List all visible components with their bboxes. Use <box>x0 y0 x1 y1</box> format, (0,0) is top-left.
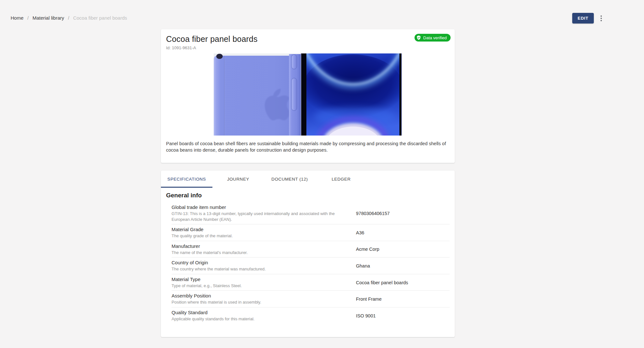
row-description: GTIN-13: This is a 13-digit number, typi… <box>172 211 340 222</box>
row-description: Type of material, e.g., Stainless Steel. <box>172 283 340 289</box>
general-info-list: Global trade item number GTIN-13: This i… <box>172 202 450 324</box>
row-label: Material Grade <box>172 227 356 232</box>
material-description: Panel boards of cocoa bean shell fibers … <box>161 136 455 163</box>
material-id: Id: 1091-9631-A <box>166 45 450 50</box>
content-column: Cocoa fiber panel boards Id: 1091-9631-A… <box>161 29 455 337</box>
specifications-panel: General info Global trade item number GT… <box>161 192 455 324</box>
info-row-material-grade: Material Grade The quality grade of the … <box>172 224 450 241</box>
row-label: Country of Origin <box>172 260 356 265</box>
status-badge-label: Data verified <box>423 35 447 40</box>
camera-dot <box>216 54 223 59</box>
info-row-quality-standard: Quality Standard Applicable quality stan… <box>172 307 450 324</box>
tab-specifications[interactable]: SPECIFICATIONS <box>161 171 212 188</box>
material-overview-card: Cocoa fiber panel boards Id: 1091-9631-A… <box>161 29 455 163</box>
tab-document[interactable]: DOCUMENT (12) <box>264 171 315 188</box>
phone-bezel <box>301 53 306 136</box>
material-header: Cocoa fiber panel boards Id: 1091-9631-A… <box>161 29 455 53</box>
row-value: 9780306406157 <box>356 204 450 222</box>
page-title: Cocoa fiber panel boards <box>166 34 450 44</box>
phone-bezel <box>399 53 402 136</box>
tab-ledger[interactable]: LEDGER <box>315 171 367 188</box>
section-heading: General info <box>166 192 450 199</box>
info-row-manufacturer: Manufacturer The name of the material's … <box>172 241 450 258</box>
row-label: Assembly Position <box>172 293 356 298</box>
row-value: ISO 9001 <box>356 310 450 322</box>
material-detail-card: SPECIFICATIONS JOURNEY DOCUMENT (12) LED… <box>161 171 455 337</box>
row-value: A36 <box>356 227 450 239</box>
edit-button[interactable]: EDIT <box>572 13 594 24</box>
phone-action-button <box>291 54 297 69</box>
header-actions: EDIT <box>572 13 603 24</box>
status-badge: Data verified <box>415 34 451 42</box>
breadcrumb: Home / Material library / Cocoa fiber pa… <box>11 15 127 21</box>
material-description-text: Panel boards of cocoa bean shell fibers … <box>166 140 450 153</box>
breadcrumb-separator: / <box>68 15 69 21</box>
row-value: Ghana <box>356 260 450 272</box>
row-label: Quality Standard <box>172 310 356 315</box>
breadcrumb-separator: / <box>27 15 29 21</box>
row-label: Global trade item number <box>172 204 356 210</box>
row-description: The quality grade of the material. <box>172 233 340 239</box>
row-description: The name of the material's manufacturer. <box>172 250 340 256</box>
phone-back-panel <box>214 56 289 136</box>
info-row-material-type: Material Type Type of material, e.g., St… <box>172 274 450 291</box>
tab-journey[interactable]: JOURNEY <box>212 171 264 188</box>
tab-bar: SPECIFICATIONS JOURNEY DOCUMENT (12) LED… <box>161 171 455 188</box>
phone-volume-button <box>291 78 297 111</box>
phone-side-frame <box>289 54 301 136</box>
row-value: Acme Corp <box>356 243 450 256</box>
row-description: Applicable quality standards for this ma… <box>172 316 340 322</box>
breadcrumb-home[interactable]: Home <box>11 15 23 21</box>
row-label: Manufacturer <box>172 243 356 249</box>
info-row-assembly-position: Assembly Position Position where this ma… <box>172 291 450 307</box>
shield-check-icon <box>416 35 421 40</box>
row-description: The country where the material was manuf… <box>172 266 340 272</box>
product-photo <box>214 53 402 136</box>
row-label: Material Type <box>172 277 356 282</box>
breadcrumb-material-library[interactable]: Material library <box>33 15 64 21</box>
top-bar: Home / Material library / Cocoa fiber pa… <box>0 0 644 24</box>
row-value: Front Frame <box>356 293 450 305</box>
row-description: Position where this material is used in … <box>172 299 340 305</box>
row-value: Cocoa fiber panel boards <box>356 277 450 289</box>
breadcrumb-current-page: Cocoa fiber panel boards <box>73 15 127 21</box>
phone-screen-wallpaper <box>306 53 399 136</box>
more-options-icon[interactable] <box>599 14 603 23</box>
info-row-gtin: Global trade item number GTIN-13: This i… <box>172 202 450 224</box>
info-row-country-of-origin: Country of Origin The country where the … <box>172 258 450 274</box>
apple-logo <box>261 87 292 123</box>
